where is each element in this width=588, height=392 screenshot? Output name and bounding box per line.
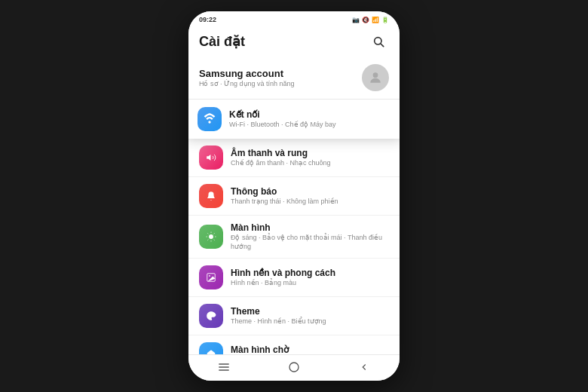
- status-bar: 09:22 📷 🔇 📶 🔋: [188, 11, 400, 26]
- account-name: Samsung account: [199, 68, 354, 79]
- home-button[interactable]: [285, 360, 303, 375]
- svg-point-10: [213, 315, 214, 317]
- man-hinh-cho-text: Màn hình chờ Bỏ cục · Huy hiệu biểu tượn…: [231, 345, 389, 354]
- svg-point-7: [208, 315, 210, 317]
- theme-item[interactable]: Theme Theme · Hình nền · Biểu tượng: [188, 297, 400, 335]
- man-hinh-sub: Độ sáng · Bảo vệ cho mặt thoải mái · Tha…: [231, 234, 389, 251]
- hinh-nen-title: Hình nền và phong cách: [231, 268, 389, 278]
- theme-title: Theme: [231, 306, 389, 317]
- search-button[interactable]: [368, 31, 389, 52]
- thong-bao-text: Thông báo Thanh trạng thái · Không làm p…: [231, 186, 389, 207]
- camera-icon: 📷: [352, 17, 360, 23]
- battery-icon: 🔋: [381, 17, 389, 23]
- ket-noi-subtitle: Wi-Fi · Bluetooth · Chế độ Máy bay: [229, 121, 390, 130]
- ket-noi-title: Kết nối: [229, 109, 390, 120]
- account-subtitle: Hồ sơ · Ứng dụng và tính năng: [199, 80, 354, 87]
- svg-point-8: [210, 314, 211, 315]
- man-hinh-item[interactable]: Màn hình Độ sáng · Bảo vệ cho mặt thoải …: [188, 216, 400, 259]
- thong-bao-title: Thông báo: [231, 186, 389, 197]
- thong-bao-item[interactable]: Thông báo Thanh trạng thái · Không làm p…: [188, 177, 400, 216]
- nav-bar: [188, 354, 400, 381]
- page-title: Cài đặt: [199, 33, 245, 50]
- menu-items-list: Âm thanh và rung Chế độ âm thanh · Nhạc …: [188, 139, 400, 354]
- man-hinh-cho-item[interactable]: Màn hình chờ Bỏ cục · Huy hiệu biểu tượn…: [188, 335, 400, 354]
- svg-point-4: [209, 234, 213, 239]
- theme-text: Theme Theme · Hình nền · Biểu tượng: [231, 306, 389, 326]
- recent-button[interactable]: [355, 360, 373, 375]
- status-time: 09:22: [199, 16, 216, 23]
- wifi-icon: [198, 107, 222, 131]
- account-info: Samsung account Hồ sơ · Ứng dụng và tính…: [199, 68, 354, 87]
- avatar: [362, 64, 389, 91]
- svg-point-2: [373, 72, 378, 78]
- svg-point-6: [209, 275, 210, 277]
- ket-noi-text: Kết nối Wi-Fi · Bluetooth · Chế độ Máy b…: [229, 109, 390, 130]
- theme-sub: Theme · Hình nền · Biểu tượng: [231, 317, 389, 326]
- man-hinh-text: Màn hình Độ sáng · Bảo vệ cho mặt thoải …: [231, 222, 389, 251]
- display-icon: [199, 225, 223, 249]
- status-icons: 📷 🔇 📶 🔋: [352, 17, 389, 23]
- ket-noi-item[interactable]: Kết nối Wi-Fi · Bluetooth · Chế độ Máy b…: [188, 100, 400, 139]
- svg-point-3: [208, 121, 210, 123]
- svg-point-14: [289, 363, 299, 372]
- back-button[interactable]: [215, 360, 233, 375]
- wallpaper-icon: [199, 265, 223, 289]
- samsung-account-section[interactable]: Samsung account Hồ sơ · Ứng dụng và tính…: [188, 58, 400, 100]
- man-hinh-title: Màn hình: [231, 222, 389, 233]
- man-hinh-cho-title: Màn hình chờ: [231, 345, 389, 354]
- hinh-nen-sub: Hình nền · Bảng màu: [231, 279, 389, 288]
- svg-point-9: [212, 314, 213, 315]
- home-icon: [199, 342, 223, 354]
- svg-line-1: [381, 44, 384, 47]
- silent-icon: 🔇: [362, 17, 369, 23]
- hinh-nen-text: Hình nền và phong cách Hình nền · Bảng m…: [231, 268, 389, 288]
- sound-icon: [199, 145, 223, 170]
- am-thanh-text: Âm thanh và rung Chế độ âm thanh · Nhạc …: [231, 148, 389, 168]
- theme-icon: [199, 304, 223, 328]
- settings-header: Cài đặt: [188, 26, 400, 58]
- phone-frame: 09:22 📷 🔇 📶 🔋 Cài đặt Samsung account Hồ…: [188, 11, 400, 381]
- thong-bao-sub: Thanh trạng thái · Không làm phiền: [231, 198, 389, 207]
- hinh-nen-item[interactable]: Hình nền và phong cách Hình nền · Bảng m…: [188, 259, 400, 297]
- am-thanh-sub: Chế độ âm thanh · Nhạc chuông: [231, 159, 389, 168]
- notification-icon: [199, 184, 223, 208]
- am-thanh-title: Âm thanh và rung: [231, 148, 389, 158]
- signal-icon: 📶: [372, 17, 379, 23]
- am-thanh-item[interactable]: Âm thanh và rung Chế độ âm thanh · Nhạc …: [188, 139, 400, 177]
- scroll-content: Kết nối Wi-Fi · Bluetooth · Chế độ Máy b…: [188, 100, 400, 354]
